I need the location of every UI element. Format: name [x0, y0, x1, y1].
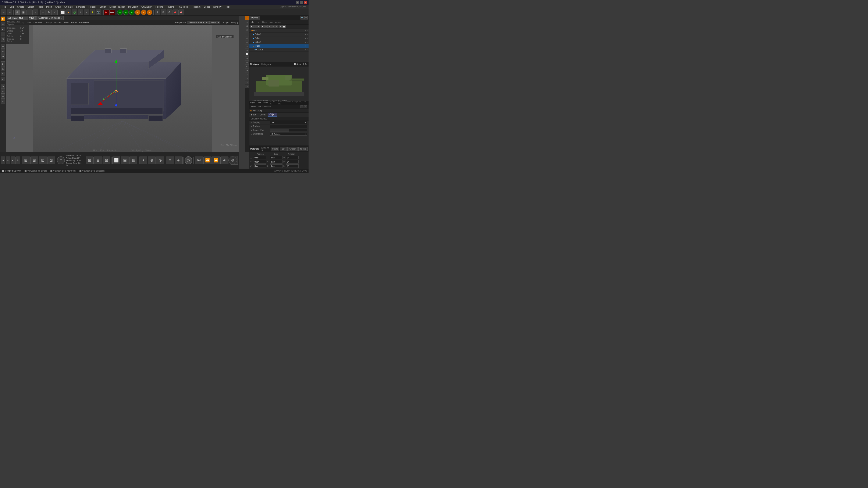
side-icon-9[interactable]: ⬜ [245, 52, 249, 56]
side-icon-5[interactable]: ⊕ [245, 36, 249, 40]
attr-mode-btn[interactable]: Mode [250, 106, 257, 108]
bt-right1[interactable]: ⚙ [228, 157, 237, 164]
object-axis-btn[interactable]: ⊟ [161, 9, 166, 15]
side-icon-7[interactable]: ≡ [245, 44, 249, 48]
side-icon-14[interactable]: ☆ [245, 72, 249, 76]
tool-scale[interactable]: ↔ [1, 49, 5, 54]
coord-x-size[interactable] [270, 156, 282, 159]
bt-grid4[interactable]: ⬜ [112, 157, 120, 164]
coord-y-rot[interactable] [286, 160, 299, 164]
tool-paint[interactable]: ✏ [1, 94, 5, 99]
vp-options[interactable]: Options [54, 22, 62, 24]
tool-edge[interactable]: ∧ [1, 22, 5, 26]
vp-display[interactable]: Display [44, 22, 52, 24]
vp-cameras[interactable]: Cameras [33, 22, 43, 24]
attr-aspect-input[interactable] [270, 129, 307, 132]
menu-motiontracker[interactable]: Motion Tracker [107, 5, 126, 9]
attr-userdata-btn[interactable]: User Data [262, 106, 272, 108]
bt-grid5[interactable]: ▣ [121, 157, 129, 164]
side-icon-12[interactable]: ◐ [245, 64, 249, 68]
obj-item-cube1[interactable]: ■ Cube.1 ● ● [249, 40, 309, 44]
tool-knife[interactable]: ⌀ [1, 99, 5, 104]
close-button[interactable]: ✕ [304, 1, 307, 4]
side-icon-4[interactable]: ✦ [245, 32, 249, 36]
attr-radius-input[interactable] [270, 125, 307, 128]
group-visibility[interactable]: ● ● [305, 45, 308, 47]
menu-animate[interactable]: Animate [63, 5, 74, 9]
obj-settings-btn[interactable]: ⚙ [304, 16, 308, 20]
bt-snap2[interactable]: ⊕ [148, 157, 156, 164]
world-axis-btn[interactable]: ⊞ [155, 9, 160, 15]
cube1-visibility[interactable]: ● ● [305, 41, 308, 43]
render-region-button[interactable]: ▶▶ [110, 9, 115, 15]
menu-character[interactable]: Character [140, 5, 153, 9]
menu-script[interactable]: Script [202, 5, 211, 9]
menu-help[interactable]: Help [223, 5, 231, 9]
tool-model[interactable]: ■ [1, 17, 5, 21]
create-sphere-button[interactable]: ● [66, 9, 71, 15]
bt-mode3[interactable]: ● [10, 157, 15, 164]
obj-icon-7[interactable]: ⊗ [272, 25, 275, 28]
create-light-button[interactable]: ☀ [90, 9, 95, 15]
menu-create[interactable]: Create [16, 5, 26, 9]
bt-grid2[interactable]: ⊟ [94, 157, 102, 164]
obj-item-cube[interactable]: ■ Cube ● ● [249, 36, 309, 40]
tool-polygon[interactable]: ▲ [1, 27, 5, 31]
pv-histogram-tab[interactable]: Histogram [260, 63, 272, 65]
select-rect-button[interactable]: ▣ [21, 9, 26, 15]
menu-mograph[interactable]: MoGraph [126, 5, 140, 9]
snap-enable-button[interactable]: ● [117, 9, 123, 15]
bt-key3[interactable]: ⊡ [39, 157, 47, 164]
tab-customize-commands[interactable]: Customize Commands... [36, 16, 63, 20]
obj-icon-4[interactable]: ⬟ [261, 25, 264, 28]
bt-anim1[interactable]: ⏮ [195, 157, 203, 164]
bt-snap1[interactable]: ✦ [139, 157, 147, 164]
materials-texture-btn[interactable]: Texture [299, 147, 308, 151]
objects-tab[interactable]: Objects [249, 16, 260, 20]
null-visibility[interactable]: ● ● [305, 30, 308, 32]
menu-mesh[interactable]: Mesh [44, 5, 54, 9]
create-null-button[interactable]: + [78, 9, 83, 15]
bt-extra2[interactable]: ◈ [175, 157, 183, 164]
minimize-button[interactable]: − [296, 1, 299, 4]
obj-item-cube3[interactable]: ■ Cube.3 ● ● [249, 48, 309, 52]
attr-basic-tab[interactable]: Basic [249, 113, 258, 117]
obj-icon-2[interactable]: ▲ [253, 25, 257, 28]
status-viewport-solo-selection[interactable]: ⬤ Viewport Solo Selection [79, 170, 104, 172]
menu-pipeline[interactable]: Pipeline [153, 5, 165, 9]
attr-aspect-check[interactable]: ▸ [251, 129, 252, 131]
attr-edit-btn[interactable]: Edit [257, 106, 262, 108]
side-icon-0[interactable]: ● [245, 16, 249, 20]
attr-radius-check[interactable]: ▸ [251, 125, 252, 128]
side-icon-8[interactable]: ◈ [245, 48, 249, 52]
obj-item-null[interactable]: Ω Null ● ● [249, 29, 309, 33]
pv-layer-tab[interactable]: Layer [250, 102, 255, 104]
side-icon-10[interactable]: ▣ [245, 56, 249, 60]
cube3-visibility[interactable]: ● ● [305, 49, 308, 51]
obj-objects-menu[interactable]: Objects [260, 20, 268, 24]
bt-key4[interactable]: ⊠ [47, 157, 55, 164]
auto-key-btn[interactable]: ⏺ [179, 9, 184, 15]
create-spline-button[interactable]: ∿ [84, 9, 89, 15]
obj-tags-menu[interactable]: Tags [269, 20, 274, 24]
coord-z-size[interactable] [270, 164, 282, 168]
pv-history-tab[interactable]: History [293, 63, 302, 65]
tool-point[interactable]: · [1, 32, 5, 36]
menu-plugins[interactable]: Plugins [165, 5, 176, 9]
bt-paint-dial[interactable]: ◎ [185, 156, 192, 164]
maximize-button[interactable]: □ [300, 1, 303, 4]
menu-redshift[interactable]: Redshift [190, 5, 202, 9]
menu-fcstools[interactable]: FCS Tools [176, 5, 190, 9]
bt-mode4[interactable]: ⊕ [16, 157, 20, 164]
obj-edit-menu[interactable]: Edit [255, 20, 260, 24]
attr-display-check[interactable]: ▸ [251, 122, 252, 124]
anim-settings-btn[interactable]: ⚙ [166, 9, 172, 15]
pv-info-tab[interactable]: Info [302, 63, 308, 65]
selection-tool-label[interactable]: Live Selection ▸ [216, 35, 234, 38]
bt-anim3[interactable]: ⏩ [212, 157, 220, 164]
materials-function-btn[interactable]: Function [287, 147, 298, 151]
orange-snap1[interactable]: ● [135, 9, 141, 15]
coord-x-rot[interactable] [286, 156, 299, 159]
attr-prev-btn[interactable]: ◂ [301, 105, 304, 108]
rotate-tool-button[interactable]: ↻ [46, 9, 52, 15]
